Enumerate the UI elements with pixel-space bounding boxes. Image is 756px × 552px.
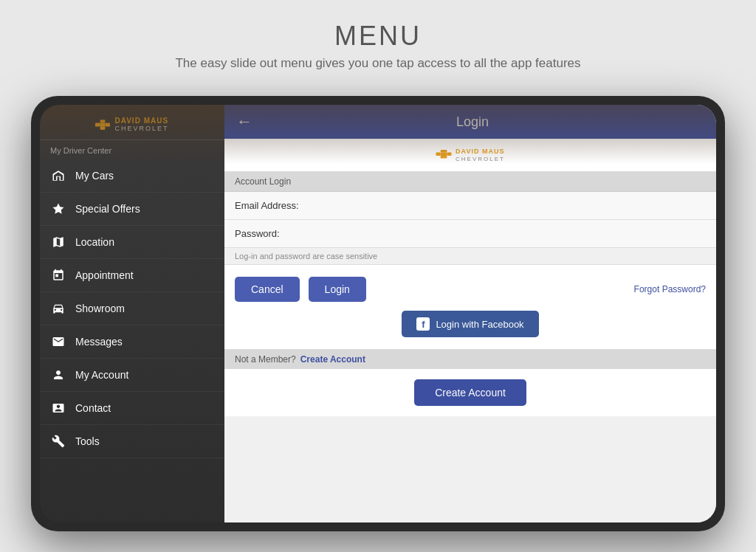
account-login-section-header: Account Login <box>224 172 716 192</box>
brand-name-line2: CHEVROLET <box>456 156 505 163</box>
main-content: ← Login DAVID MAUS CHEVROLET <box>224 105 716 522</box>
svg-rect-0 <box>95 123 100 126</box>
tools-label: Tools <box>75 435 100 447</box>
facebook-button-row: f Login with Facebook <box>235 311 706 337</box>
primary-buttons-row: Cancel Login Forgot Password? <box>235 277 706 302</box>
facebook-icon: f <box>416 317 430 331</box>
sidebar: DAVID MAUS CHEVROLET My Driver Center My… <box>40 105 224 522</box>
location-label: Location <box>75 236 114 248</box>
contact-label: Contact <box>75 402 111 414</box>
sidebar-item-special-offers[interactable]: Special Offers <box>40 193 224 226</box>
email-label: Email Address: <box>235 200 316 211</box>
showroom-label: Showroom <box>75 303 125 314</box>
svg-rect-6 <box>441 153 447 156</box>
toolbox-icon <box>50 433 66 449</box>
svg-rect-9 <box>441 156 447 159</box>
brand-bar: DAVID MAUS CHEVROLET <box>224 139 716 172</box>
login-button[interactable]: Login <box>309 277 366 302</box>
sidebar-section-label: My Driver Center <box>40 140 224 159</box>
not-member-text: Not a Member? <box>235 354 296 365</box>
tablet-device: DAVID MAUS CHEVROLET My Driver Center My… <box>31 96 725 531</box>
svg-rect-5 <box>436 153 441 156</box>
back-arrow-button[interactable]: ← <box>236 112 252 131</box>
svg-rect-2 <box>106 123 111 126</box>
tablet-screen: DAVID MAUS CHEVROLET My Driver Center My… <box>40 105 716 522</box>
svg-rect-3 <box>100 120 106 123</box>
brand-name-line1: DAVID MAUS <box>456 148 505 156</box>
create-account-button[interactable]: Create Account <box>414 379 526 406</box>
cancel-button[interactable]: Cancel <box>235 277 300 302</box>
brand-chevy-icon <box>436 150 452 160</box>
my-account-label: My Account <box>75 369 128 381</box>
special-offers-label: Special Offers <box>75 203 140 215</box>
page-title: MENU <box>15 21 741 52</box>
chevy-icon <box>95 120 110 130</box>
contact-book-icon <box>50 400 66 416</box>
car-icon <box>50 300 66 317</box>
sidebar-item-my-account[interactable]: My Account <box>40 359 224 392</box>
page-subtitle: The easy slide out menu gives you one ta… <box>15 56 741 71</box>
person-icon <box>50 367 66 383</box>
calendar-icon <box>50 267 66 283</box>
appointment-label: Appointment <box>75 269 134 281</box>
sidebar-item-my-cars[interactable]: My Cars <box>40 159 224 193</box>
my-cars-label: My Cars <box>75 170 114 182</box>
envelope-icon <box>50 334 66 350</box>
create-account-link[interactable]: Create Account <box>300 354 365 365</box>
buttons-area: Cancel Login Forgot Password? f Login wi… <box>224 265 716 350</box>
sidebar-item-contact[interactable]: Contact <box>40 392 224 425</box>
case-sensitive-note: Log-in and password are case sensitive <box>224 248 716 265</box>
email-input[interactable] <box>316 200 706 211</box>
facebook-login-button[interactable]: f Login with Facebook <box>402 311 538 337</box>
password-field-row: Password: <box>224 220 716 248</box>
sidebar-logo: DAVID MAUS CHEVROLET <box>40 105 224 140</box>
garage-icon <box>50 168 66 184</box>
messages-label: Messages <box>75 336 123 348</box>
sidebar-item-location[interactable]: Location <box>40 226 224 259</box>
forgot-password-link[interactable]: Forgot Password? <box>634 284 706 294</box>
brand-logo-small: DAVID MAUS CHEVROLET <box>436 148 505 162</box>
login-header-bar: ← Login <box>224 105 716 139</box>
create-account-section: Create Account <box>224 369 716 416</box>
login-title: Login <box>267 114 678 130</box>
page-header: MENU The easy slide out menu gives you o… <box>0 0 756 83</box>
sidebar-item-messages[interactable]: Messages <box>40 325 224 359</box>
svg-rect-1 <box>100 123 106 126</box>
password-input[interactable] <box>316 228 706 239</box>
svg-rect-4 <box>100 126 106 129</box>
email-field-row: Email Address: <box>224 192 716 220</box>
svg-rect-7 <box>447 153 451 156</box>
password-label: Password: <box>235 228 316 239</box>
sidebar-item-appointment[interactable]: Appointment <box>40 259 224 292</box>
not-member-bar: Not a Member? Create Account <box>224 350 716 369</box>
svg-rect-8 <box>441 150 447 153</box>
form-area: Account Login Email Address: Password: L… <box>224 172 716 522</box>
logo-text: DAVID MAUS CHEVROLET <box>114 117 168 132</box>
sidebar-item-tools[interactable]: Tools <box>40 425 224 458</box>
map-icon <box>50 234 66 250</box>
sidebar-item-showroom[interactable]: Showroom <box>40 292 224 325</box>
star-icon <box>50 201 66 217</box>
